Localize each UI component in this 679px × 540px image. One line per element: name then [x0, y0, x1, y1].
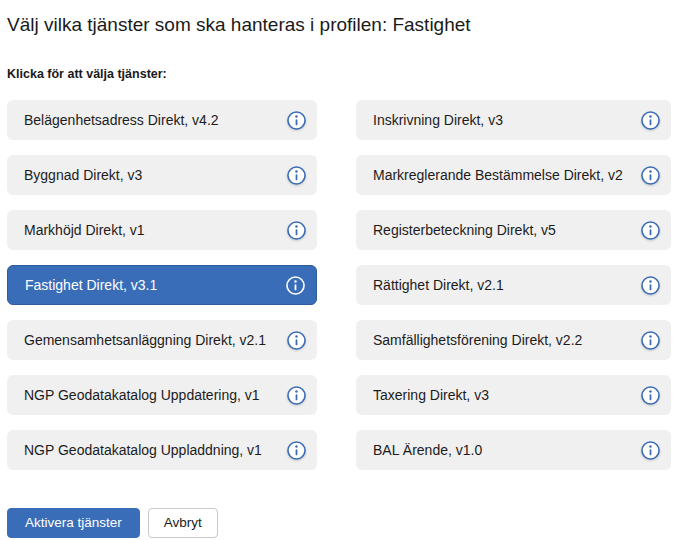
info-circle-icon[interactable] — [287, 221, 306, 240]
info-circle-icon[interactable] — [287, 166, 306, 185]
info-circle-icon[interactable] — [641, 166, 660, 185]
info-circle-icon[interactable] — [641, 111, 660, 130]
info-circle-icon[interactable] — [287, 331, 306, 350]
service-tile-label: Byggnad Direkt, v3 — [24, 167, 142, 183]
service-tile[interactable]: Belägenhetsadress Direkt, v4.2 — [7, 100, 317, 140]
instruction-label: Klicka för att välja tjänster: — [7, 67, 671, 82]
service-tile[interactable]: Taxering Direkt, v3 — [356, 375, 671, 415]
info-circle-icon[interactable] — [286, 276, 305, 295]
info-circle-icon[interactable] — [641, 331, 660, 350]
service-tile[interactable]: Markreglerande Bestämmelse Direkt, v2 — [356, 155, 671, 195]
service-tile[interactable]: BAL Ärende, v1.0 — [356, 430, 671, 470]
service-tile-label: NGP Geodatakatalog Uppladdning, v1 — [24, 442, 262, 458]
services-column-left: Belägenhetsadress Direkt, v4.2 Byggnad D… — [7, 100, 317, 470]
service-tile-label: Taxering Direkt, v3 — [373, 387, 489, 403]
service-tile-selected[interactable]: Fastighet Direkt, v3.1 — [7, 265, 317, 305]
service-tile[interactable]: NGP Geodatakatalog Uppladdning, v1 — [7, 430, 317, 470]
services-grid: Belägenhetsadress Direkt, v4.2 Byggnad D… — [7, 100, 671, 470]
service-tile-label: Rättighet Direkt, v2.1 — [373, 277, 504, 293]
service-tile-label: Fastighet Direkt, v3.1 — [25, 277, 157, 293]
service-tile-label: Samfällighetsförening Direkt, v2.2 — [373, 332, 582, 348]
service-tile[interactable]: Samfällighetsförening Direkt, v2.2 — [356, 320, 671, 360]
service-tile-label: Markhöjd Direkt, v1 — [24, 222, 145, 238]
service-tile[interactable]: Registerbeteckning Direkt, v5 — [356, 210, 671, 250]
info-circle-icon[interactable] — [287, 441, 306, 460]
info-circle-icon[interactable] — [641, 441, 660, 460]
service-tile-label: Markreglerande Bestämmelse Direkt, v2 — [373, 167, 623, 183]
service-tile[interactable]: NGP Geodatakatalog Uppdatering, v1 — [7, 375, 317, 415]
service-tile-label: NGP Geodatakatalog Uppdatering, v1 — [24, 387, 260, 403]
service-tile[interactable]: Gemensamhetsanläggning Direkt, v2.1 — [7, 320, 317, 360]
service-tile-label: Gemensamhetsanläggning Direkt, v2.1 — [24, 332, 266, 348]
info-circle-icon[interactable] — [287, 111, 306, 130]
page-title: Välj vilka tjänster som ska hanteras i p… — [7, 12, 671, 38]
service-tile[interactable]: Inskrivning Direkt, v3 — [356, 100, 671, 140]
info-circle-icon[interactable] — [641, 276, 660, 295]
service-tile-label: Inskrivning Direkt, v3 — [373, 112, 503, 128]
action-bar: Aktivera tjänster Avbryt — [7, 508, 671, 538]
info-circle-icon[interactable] — [287, 386, 306, 405]
service-tile-label: BAL Ärende, v1.0 — [373, 442, 482, 458]
info-circle-icon[interactable] — [641, 221, 660, 240]
service-selection-panel: Välj vilka tjänster som ska hanteras i p… — [0, 0, 679, 538]
service-tile[interactable]: Rättighet Direkt, v2.1 — [356, 265, 671, 305]
service-tile-label: Belägenhetsadress Direkt, v4.2 — [24, 112, 219, 128]
info-circle-icon[interactable] — [641, 386, 660, 405]
activate-services-button[interactable]: Aktivera tjänster — [7, 508, 140, 538]
service-tile-label: Registerbeteckning Direkt, v5 — [373, 222, 556, 238]
service-tile[interactable]: Byggnad Direkt, v3 — [7, 155, 317, 195]
service-tile[interactable]: Markhöjd Direkt, v1 — [7, 210, 317, 250]
services-column-right: Inskrivning Direkt, v3 Markreglerande Be… — [356, 100, 671, 470]
cancel-button[interactable]: Avbryt — [148, 508, 218, 538]
